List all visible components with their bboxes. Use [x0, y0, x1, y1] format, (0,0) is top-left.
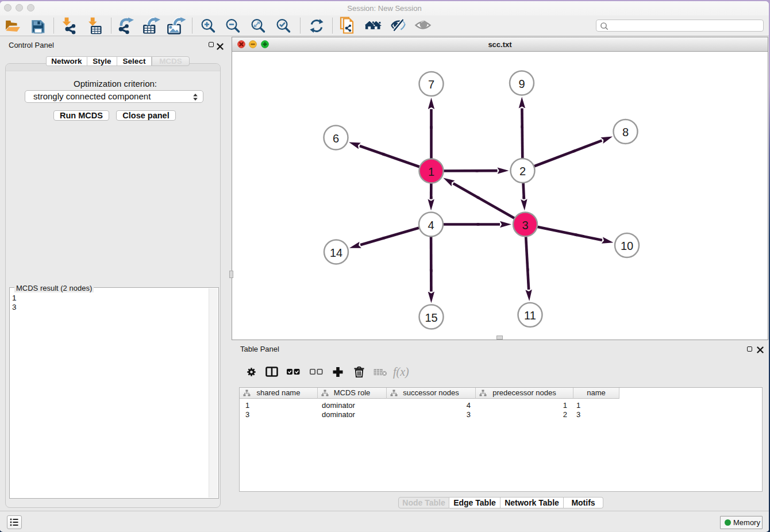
svg-text:2: 2: [519, 165, 526, 178]
svg-text:15: 15: [425, 311, 437, 324]
svg-text:6: 6: [333, 132, 339, 145]
svg-text:8: 8: [622, 126, 629, 138]
svg-text:9: 9: [518, 78, 525, 90]
svg-text:7: 7: [428, 78, 434, 91]
svg-text:10: 10: [621, 240, 633, 252]
svg-text:4: 4: [428, 219, 434, 232]
svg-text:14: 14: [330, 246, 342, 259]
svg-text:1: 1: [428, 165, 434, 178]
svg-text:3: 3: [522, 219, 528, 232]
svg-text:11: 11: [524, 309, 536, 322]
